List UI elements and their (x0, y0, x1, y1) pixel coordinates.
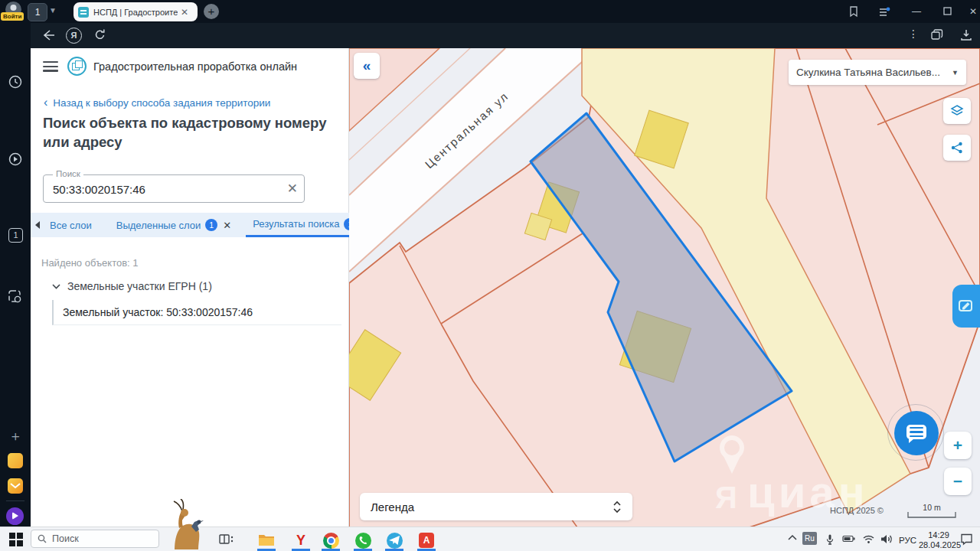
start-button[interactable] (9, 533, 22, 546)
window-close-button[interactable]: ✕ (962, 5, 980, 18)
browser-tab-active[interactable]: НСПД | Градостроите ✕ (74, 2, 198, 21)
zoom-in-button[interactable]: + (944, 432, 972, 459)
reload-button[interactable] (93, 28, 106, 41)
search-input[interactable] (51, 178, 269, 200)
search-icon (38, 534, 47, 543)
yandex-button[interactable]: Я (66, 28, 82, 44)
window-maximize-button[interactable] (936, 5, 959, 18)
search-highlight-deer-icon[interactable] (161, 499, 205, 551)
results-group-row[interactable]: Земельные участки ЕГРН (1) (52, 280, 212, 292)
acrobat-icon[interactable]: A (417, 531, 436, 549)
app-menu-icon[interactable] (43, 61, 58, 72)
login-badge[interactable]: Войти (1, 12, 24, 21)
tab-title: НСПД | Градостроите (93, 8, 178, 17)
download-icon[interactable] (960, 29, 972, 41)
action-center-icon[interactable] (960, 533, 974, 546)
chat-bubble-icon (906, 425, 926, 439)
app-title: Градостроительная проработка онлайн (93, 60, 297, 73)
tab-all-layers[interactable]: Все слои (43, 213, 99, 237)
browser-sidebar: 1 ＋ ••• (0, 23, 31, 551)
layer-tabs-bar: Все слои Выделенные слои 1 ✕ Результаты … (31, 213, 349, 237)
collections-icon[interactable] (931, 29, 943, 41)
tray-expand-icon[interactable] (787, 533, 798, 543)
legend-expand-icon (612, 500, 622, 514)
whatsapp-icon[interactable] (354, 531, 372, 549)
map-scale: 10 m (907, 503, 956, 518)
browser-tabstrip: Войти 1 ▼ НСПД | Градостроите ✕ + — ✕ (0, 0, 980, 23)
new-tab-button[interactable]: + (204, 4, 219, 19)
app-panel: Градостроительная проработка онлайн ‹Наз… (31, 48, 349, 551)
map-attribution: НСПД 2025 © (830, 506, 884, 515)
share-button[interactable] (943, 135, 971, 161)
language-label[interactable]: РУС (899, 536, 916, 545)
tabs-counter-icon[interactable]: 1 (8, 228, 23, 243)
tab-selected-layers-close-icon[interactable]: ✕ (223, 220, 231, 231)
clear-search-icon[interactable]: ✕ (287, 181, 298, 197)
alice-assistant-icon[interactable] (6, 507, 24, 525)
history-icon[interactable] (8, 74, 23, 90)
browser-menu-icon[interactable] (873, 5, 896, 18)
search-button[interactable] (309, 174, 338, 203)
tab-selected-layers[interactable]: Выделенные слои 1 ✕ (109, 213, 238, 237)
video-icon[interactable] (8, 152, 23, 167)
screen: Войти 1 ▼ НСПД | Градостроите ✕ + — ✕ Я (0, 0, 980, 551)
back-button[interactable] (41, 29, 55, 41)
caret-down-icon: ▼ (952, 69, 959, 77)
back-to-territory-link[interactable]: ‹Назад к выбору способа задания территор… (44, 96, 270, 109)
window-minimize-button[interactable]: — (905, 5, 928, 18)
panel-heading: Поиск объекта по кадастровому номеру или… (43, 114, 338, 152)
kebab-menu-icon[interactable]: ⋮ (908, 28, 919, 40)
taskbar-search[interactable]: Поиск (31, 530, 159, 548)
nspd-logo-icon (67, 57, 87, 76)
tray-clock[interactable]: 14:29 28.04.2025 (919, 530, 959, 550)
file-explorer-icon[interactable] (257, 531, 276, 549)
feedback-tab-button[interactable] (952, 285, 980, 328)
battery-icon[interactable] (842, 533, 856, 544)
chevron-down-icon (52, 284, 60, 289)
result-item[interactable]: Земельный участок: 50:33:0020157:46 (52, 300, 341, 325)
telegram-icon[interactable] (385, 531, 403, 549)
tab-selected-layers-badge: 1 (205, 219, 217, 231)
wifi-icon[interactable] (862, 533, 875, 544)
search-field[interactable]: Поиск ✕ (43, 174, 305, 203)
svg-text:Я: Я (715, 481, 737, 514)
bookmark-add-icon[interactable] (842, 5, 865, 18)
microphone-icon[interactable] (824, 533, 836, 546)
layers-button[interactable] (943, 98, 971, 124)
yandex-app-icon[interactable]: Y (292, 531, 310, 549)
cadastral-map: Центральная ул Я циан (349, 48, 980, 551)
yandex-games-icon[interactable] (8, 453, 23, 468)
browser-toolbar: Я nspd.gov.ru НСПД | Градостроительная п… (31, 23, 980, 48)
tab-favicon-icon (78, 7, 89, 18)
volume-icon[interactable] (880, 533, 893, 545)
tab-close-icon[interactable]: ✕ (181, 7, 188, 18)
screenshot-icon[interactable] (8, 289, 23, 305)
language-badge[interactable]: Ru (802, 532, 817, 545)
collapse-panel-button[interactable]: « (354, 53, 380, 79)
user-dropdown[interactable]: Скулкина Татьяна Васильев...▼ (789, 60, 966, 85)
chrome-icon[interactable] (322, 531, 340, 549)
zoom-out-button[interactable]: − (944, 468, 972, 495)
tab-group-counter[interactable]: 1 (28, 3, 47, 21)
map-viewport[interactable]: Центральная ул Я циан « Скулкина Татьяна… (349, 48, 980, 551)
legend-bar[interactable]: Легенда (360, 493, 632, 520)
yandex-mail-icon[interactable] (8, 478, 23, 494)
tabs-scroll-left-icon[interactable] (35, 221, 40, 229)
found-objects-label: Найдено объектов: 1 (41, 257, 139, 269)
chat-fab-button[interactable] (894, 411, 939, 455)
task-view-icon[interactable] (219, 533, 234, 546)
sidebar-divider (6, 500, 24, 501)
search-field-label: Поиск (53, 169, 83, 178)
tray-date: 28.04.2025 (919, 540, 959, 550)
sidebar-add-icon[interactable]: ＋ (8, 427, 22, 445)
tab-group-caret-icon[interactable]: ▼ (49, 6, 57, 15)
tray-time: 14:29 (919, 530, 959, 540)
